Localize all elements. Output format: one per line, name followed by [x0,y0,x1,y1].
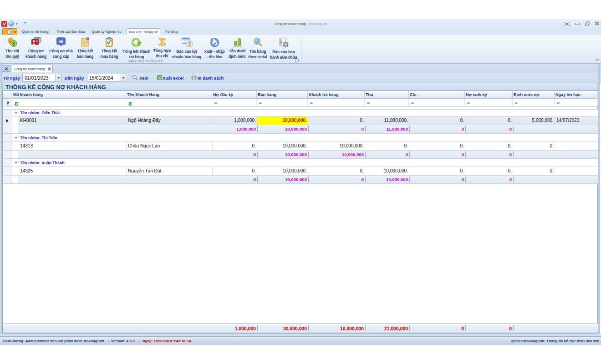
svg-text:$: $ [12,41,15,46]
svg-text:c: c [18,103,20,106]
svg-text:c: c [132,103,133,106]
